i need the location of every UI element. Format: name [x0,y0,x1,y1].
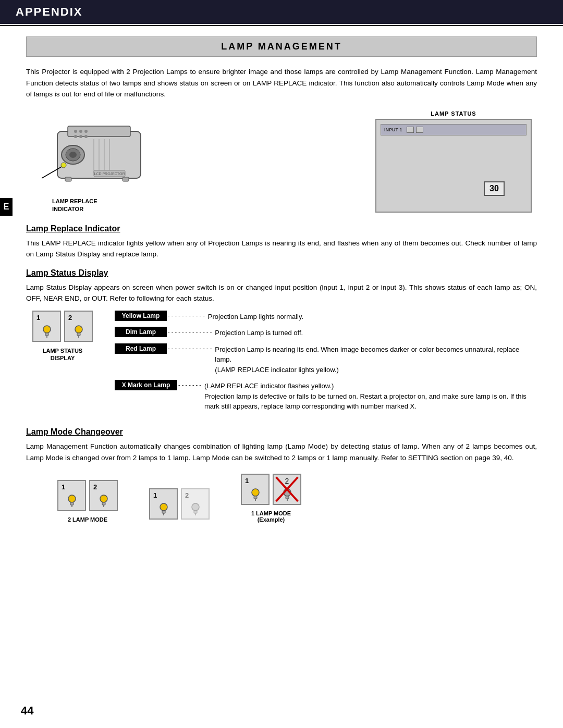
one-lamp-icon-2a: 2 [181,488,210,520]
one-lamp-icon-1b: 1 [241,474,270,505]
legend-dashes-xmark: - - - - - - - [177,380,202,389]
two-lamp-mode-label: 2 LAMP MODE [68,516,107,523]
lamp-icon-2: 2 [64,311,93,342]
lamp-mode-text: Lamp Management Function automatically c… [26,441,537,463]
legend-tag-yellow: Yellow Lamp [115,311,167,321]
lamp-replace-title: Lamp Replace Indicator [26,224,537,233]
one-lamp-mode-group-b: 1 2 [241,474,301,523]
projector-diagram: LCD PROJECTOR LAMP REPLACE INDICATOR [26,110,172,214]
one-lamp-bulb-2b [280,487,295,502]
svg-point-10 [69,152,77,158]
legend-row-xmark: X Mark on Lamp - - - - - - - (LAMP REPLA… [115,380,537,412]
lamp-mode-diagrams: 1 2 [26,474,537,523]
one-lamp-bulb-1a [156,502,171,516]
section-heading: LAMP MANAGEMENT [27,41,536,52]
svg-point-33 [160,503,167,511]
lamp-status-section: Lamp Status Display Lamp Status Display … [26,268,537,417]
svg-point-6 [79,135,82,138]
legend-row-yellow: Yellow Lamp - - - - - - - - - - - Projec… [115,311,537,322]
svg-rect-43 [286,496,289,499]
legend-text-dim: Projection Lamp is turned off. [213,327,303,338]
lamp-replace-text: This LAMP REPLACE indicator lights yello… [26,238,537,260]
page-header: APPENDIX [0,0,563,24]
svg-point-7 [84,135,88,138]
lamp-bulb-1-svg [40,324,54,339]
svg-point-21 [43,326,51,333]
lamp-status-display-label: LAMP STATUS DISPLAY [43,347,82,362]
two-lamp-icon-2: 2 [89,480,118,511]
two-lamp-bulb-2 [96,493,111,508]
legend-row-dim: Dim Lamp - - - - - - - - - - - - - Proje… [115,327,537,338]
svg-point-36 [192,503,199,511]
one-lamp-mode-group-a: 1 2 [149,488,210,523]
svg-point-3 [79,130,82,133]
svg-point-5 [74,135,77,138]
e-section-tab: E [0,198,13,216]
svg-rect-31 [102,502,105,505]
intro-paragraph: This Projector is equipped with 2 Projec… [26,66,537,100]
one-lamp-bulb-1b [248,487,263,502]
projector-svg: LCD PROJECTOR [26,110,156,194]
svg-point-2 [74,130,77,133]
legend-tag-xmark: X Mark on Lamp [115,380,177,390]
svg-point-42 [284,489,291,496]
svg-rect-28 [70,502,74,505]
svg-point-39 [252,489,259,496]
one-lamp-mode-label: 1 LAMP MODE (Example) [251,510,291,523]
svg-rect-25 [77,333,80,336]
two-lamp-pair: 1 2 [57,480,118,511]
legend-tag-red: Red Lamp [115,343,167,354]
lamp-icons-row: 1 2 [32,311,93,342]
legend-text-xmark: (LAMP REPLACE indicator flashes yellow.)… [202,380,537,412]
one-lamp-icon-2b: 2 [273,474,301,505]
one-lamp-bulb-2a [188,502,203,516]
svg-point-15 [61,163,66,168]
svg-rect-18 [123,177,129,181]
lamp-status-text: Lamp Status Display appears on screen wh… [26,282,537,304]
svg-rect-22 [45,333,48,336]
legend-dashes-dim: - - - - - - - - - - - - - [167,327,213,336]
legend-dashes-red: - - - - - - - - - - - - - [167,343,213,353]
legend-tag-dim: Dim Lamp [115,327,167,337]
status-legend: Yellow Lamp - - - - - - - - - - - Projec… [115,311,537,417]
one-lamp-pair-a: 1 2 [149,488,210,520]
lamp-icon-1: 1 [32,311,61,342]
lamp-mode-title: Lamp Mode Changeover [26,427,537,437]
two-lamp-bulb-1 [65,493,79,508]
e-tab-label: E [4,202,9,211]
svg-rect-37 [194,511,197,513]
svg-point-4 [84,130,88,133]
page-number: 44 [21,704,33,718]
two-lamp-mode-group: 1 2 [57,480,118,523]
legend-row-red: Red Lamp - - - - - - - - - - - - - Proje… [115,343,537,375]
lamp-status-top-label: LAMP STATUS [431,110,476,117]
lamp-bulb-2-svg [71,324,86,339]
svg-text:LCD PROJECTOR: LCD PROJECTOR [94,172,125,176]
lamp-replace-label: LAMP REPLACE INDICATOR [52,198,172,214]
legend-text-yellow: Projection Lamp lights normally. [206,311,303,322]
section-heading-box: LAMP MANAGEMENT [26,36,537,57]
diagram-row: LCD PROJECTOR LAMP REPLACE INDICATOR LAM… [26,110,537,214]
lamp-status-container: LAMP STATUS INPUT 1 30 [370,110,537,213]
two-lamp-icon-1: 1 [57,480,86,511]
one-lamp-pair-b: 1 2 [241,474,301,505]
lamp-display-left: 1 2 [26,311,99,362]
lamp-display-section: 1 2 [26,311,537,417]
svg-point-27 [68,495,76,502]
one-lamp-icon-1a: 1 [149,488,178,520]
svg-rect-17 [65,177,71,181]
legend-dashes-yellow: - - - - - - - - - - - [167,311,206,320]
main-content: LAMP MANAGEMENT This Projector is equipp… [0,26,563,544]
lamp-status-screen: INPUT 1 30 [375,119,532,213]
lamp-status-title: Lamp Status Display [26,268,537,278]
svg-point-30 [100,495,107,502]
lamp-mode-section: Lamp Mode Changeover Lamp Management Fun… [26,427,537,523]
page-title: APPENDIX [16,5,82,19]
svg-rect-34 [162,511,165,513]
legend-text-red: Projection Lamp is nearing its end. When… [213,343,537,375]
svg-point-24 [75,326,82,333]
lamp-status-number: 30 [484,181,505,196]
svg-rect-40 [254,496,257,499]
lamp-replace-section: Lamp Replace Indicator This LAMP REPLACE… [26,224,537,260]
